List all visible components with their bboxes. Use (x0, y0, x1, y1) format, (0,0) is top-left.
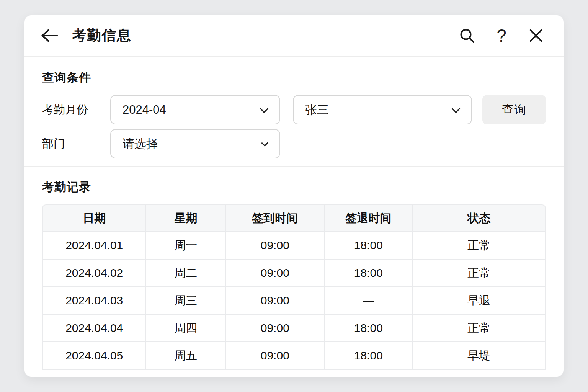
chevron-down-icon (452, 104, 461, 113)
cell-weekday: 周三 (146, 287, 226, 315)
cell-checkin: 09:00 (226, 315, 325, 342)
search-icon (459, 28, 475, 44)
col-header-status: 状态 (413, 204, 546, 232)
attendance-window: 考勤信息 ? 查询条件 考勤月份 2024-04 (24, 15, 564, 377)
chevron-down-icon (261, 139, 268, 146)
back-button[interactable] (41, 28, 59, 43)
col-header-weekday: 星期 (146, 204, 226, 232)
department-dropdown-placeholder: 请选择 (122, 136, 158, 152)
table-row: 2024.04.01 周一 09:00 18:00 正常 (42, 232, 546, 260)
cell-status: 早堤 (413, 342, 546, 370)
employee-dropdown[interactable]: 张三 (293, 95, 472, 124)
arrow-left-icon (41, 29, 58, 42)
cell-weekday: 周二 (146, 260, 226, 287)
cell-checkin: 09:00 (226, 260, 325, 287)
cell-weekday: 周五 (146, 342, 226, 370)
cell-date: 2024.04.01 (42, 232, 146, 260)
cell-weekday: 周四 (146, 315, 226, 342)
table-row: 2024.04.04 周四 09:00 18:00 正常 (42, 315, 546, 342)
cell-date: 2024.04.05 (42, 342, 146, 370)
cell-weekday: 周一 (146, 232, 226, 260)
help-button[interactable]: ? (493, 27, 510, 44)
table-header-row: 日期 星期 签到时间 签退时间 状态 (42, 204, 546, 232)
cell-date: 2024.04.03 (42, 287, 146, 315)
month-label: 考勤月份 (42, 102, 110, 118)
records-section-title: 考勤记录 (42, 179, 564, 195)
department-dropdown[interactable]: 请选择 (110, 129, 280, 158)
window-header: 考勤信息 ? (24, 15, 564, 57)
cell-date: 2024.04.02 (42, 260, 146, 287)
cell-checkout: — (325, 287, 413, 315)
query-row-2: 部门 请选择 (42, 129, 546, 158)
employee-dropdown-value: 张三 (305, 102, 329, 118)
query-button[interactable]: 查询 (482, 95, 546, 124)
query-row-1: 考勤月份 2024-04 张三 查询 (42, 95, 546, 124)
month-dropdown[interactable]: 2024-04 (110, 95, 280, 124)
cell-status: 正常 (413, 260, 546, 287)
cell-status: 正常 (413, 315, 546, 342)
cell-checkin: 09:00 (226, 342, 325, 370)
cell-status: 正常 (413, 232, 546, 260)
month-dropdown-value: 2024-04 (122, 103, 166, 117)
cell-status: 早退 (413, 287, 546, 315)
section-divider (24, 166, 564, 167)
cell-checkout: 18:00 (325, 342, 413, 370)
cell-checkout: 18:00 (325, 232, 413, 260)
cell-checkout: 18:00 (325, 260, 413, 287)
cell-checkin: 09:00 (226, 287, 325, 315)
close-icon (528, 28, 544, 43)
cell-checkout: 18:00 (325, 315, 413, 342)
table-row: 2024.04.05 周五 09:00 18:00 早堤 (42, 342, 546, 370)
search-button[interactable] (459, 27, 475, 44)
table-row: 2024.04.03 周三 09:00 — 早退 (42, 287, 546, 315)
cell-checkin: 09:00 (226, 232, 325, 260)
department-label: 部门 (42, 136, 110, 152)
close-button[interactable] (528, 27, 544, 44)
header-actions: ? (459, 27, 544, 44)
chevron-down-icon (260, 104, 269, 113)
col-header-date: 日期 (42, 204, 146, 232)
attendance-table: 日期 星期 签到时间 签退时间 状态 2024.04.01 周一 09:00 1… (42, 204, 546, 370)
query-section-title: 查询条件 (42, 70, 564, 86)
table-row: 2024.04.02 周二 09:00 18:00 正常 (42, 260, 546, 287)
col-header-checkin: 签到时间 (226, 204, 325, 232)
cell-date: 2024.04.04 (42, 315, 146, 342)
page-title: 考勤信息 (72, 26, 132, 45)
question-mark-icon: ? (497, 27, 506, 44)
col-header-checkout: 签退时间 (325, 204, 413, 232)
